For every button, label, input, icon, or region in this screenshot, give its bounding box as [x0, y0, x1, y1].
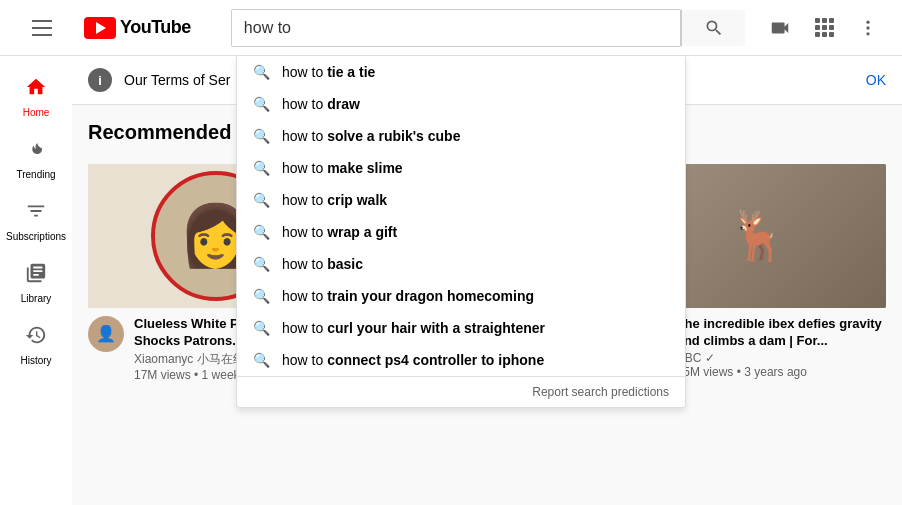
suggestion-search-icon-4: 🔍	[253, 192, 270, 208]
sidebar-item-trending[interactable]: Trending	[0, 126, 72, 188]
suggestion-bold-0: tie a tie	[327, 64, 375, 80]
search-bar	[231, 9, 745, 47]
suggestion-3[interactable]: 🔍 how to make slime	[237, 152, 685, 184]
sidebar-item-subscriptions[interactable]: Subscriptions	[0, 188, 72, 250]
tos-text: Our Terms of Ser	[124, 72, 230, 88]
apps-grid-icon	[815, 18, 834, 37]
suggestion-search-icon-8: 🔍	[253, 320, 270, 336]
suggestion-bold-3: make slime	[327, 160, 403, 176]
search-icon	[704, 18, 724, 38]
sidebar-home-label: Home	[23, 107, 50, 118]
search-input[interactable]	[232, 10, 680, 46]
suggestion-2[interactable]: 🔍 how to solve a rubik's cube	[237, 120, 685, 152]
trending-icon	[25, 138, 47, 165]
more-vert-icon	[858, 18, 878, 38]
channel-avatar-1: 👤	[88, 316, 124, 352]
suggestion-7[interactable]: 🔍 how to train your dragon homecoming	[237, 280, 685, 312]
channel-name-3: BBC ✓	[677, 351, 886, 365]
history-icon	[25, 324, 47, 351]
svg-point-1	[866, 26, 869, 29]
sidebar-item-home[interactable]: Home	[0, 64, 72, 126]
apps-button[interactable]	[807, 10, 842, 45]
suggestion-search-icon-1: 🔍	[253, 96, 270, 112]
home-icon	[25, 76, 47, 103]
report-predictions[interactable]: Report search predictions	[237, 376, 685, 407]
header: YouTube	[0, 0, 902, 56]
suggestion-8[interactable]: 🔍 how to curl your hair with a straighte…	[237, 312, 685, 344]
suggestion-search-icon-5: 🔍	[253, 224, 270, 240]
suggestion-search-icon-0: 🔍	[253, 64, 270, 80]
suggestion-bold-6: basic	[327, 256, 363, 272]
search-input-wrap	[231, 9, 681, 47]
svg-point-2	[866, 32, 869, 35]
sidebar: Home Trending Subscriptions Library Hist…	[0, 56, 72, 505]
subscriptions-icon	[25, 200, 47, 227]
tos-info-icon: i	[88, 68, 112, 92]
youtube-play-icon	[84, 17, 116, 39]
sidebar-item-history[interactable]: History	[0, 312, 72, 374]
suggestion-9[interactable]: 🔍 how to connect ps4 controller to iphon…	[237, 344, 685, 376]
hamburger-icon	[24, 12, 60, 44]
suggestion-search-icon-7: 🔍	[253, 288, 270, 304]
menu-button[interactable]	[16, 4, 68, 52]
sidebar-library-label: Library	[21, 293, 52, 304]
suggestion-6[interactable]: 🔍 how to basic	[237, 248, 685, 280]
camera-button[interactable]	[761, 9, 799, 47]
sidebar-item-library[interactable]: Library	[0, 250, 72, 312]
logo[interactable]: YouTube	[84, 17, 191, 39]
suggestion-bold-9: connect ps4 controller to iphone	[327, 352, 544, 368]
library-icon	[25, 262, 47, 289]
suggestion-search-icon-2: 🔍	[253, 128, 270, 144]
svg-point-0	[866, 20, 869, 23]
suggestions-dropdown: 🔍 how to tie a tie 🔍 how to draw 🔍 how t…	[236, 56, 686, 408]
camera-icon	[769, 17, 791, 39]
more-button[interactable]	[850, 10, 886, 46]
video-title-3: The incredible ibex defies gravity and c…	[677, 316, 886, 350]
suggestion-search-icon-3: 🔍	[253, 160, 270, 176]
header-left: YouTube	[16, 4, 191, 52]
suggestion-bold-5: wrap a gift	[327, 224, 397, 240]
suggestion-5[interactable]: 🔍 how to wrap a gift	[237, 216, 685, 248]
suggestion-search-icon-6: 🔍	[253, 256, 270, 272]
sidebar-trending-label: Trending	[16, 169, 55, 180]
suggestion-bold-8: curl your hair with a straightener	[327, 320, 545, 336]
suggestion-0[interactable]: 🔍 how to tie a tie	[237, 56, 685, 88]
logo-text: YouTube	[120, 17, 191, 38]
sidebar-subscriptions-label: Subscriptions	[6, 231, 66, 242]
header-right	[761, 9, 886, 47]
tos-ok-button[interactable]: OK	[866, 72, 886, 88]
suggestion-1[interactable]: 🔍 how to draw	[237, 88, 685, 120]
suggestion-bold-2: solve a rubik's cube	[327, 128, 460, 144]
sidebar-history-label: History	[20, 355, 51, 366]
suggestion-search-icon-9: 🔍	[253, 352, 270, 368]
search-button[interactable]	[681, 10, 745, 46]
suggestion-bold-7: train your dragon homecoming	[327, 288, 534, 304]
suggestion-bold-4: crip walk	[327, 192, 387, 208]
suggestion-4[interactable]: 🔍 how to crip walk	[237, 184, 685, 216]
video-meta-3: The incredible ibex defies gravity and c…	[677, 316, 886, 380]
video-stats-3: 75M views • 3 years ago	[677, 365, 886, 379]
suggestion-bold-1: draw	[327, 96, 360, 112]
